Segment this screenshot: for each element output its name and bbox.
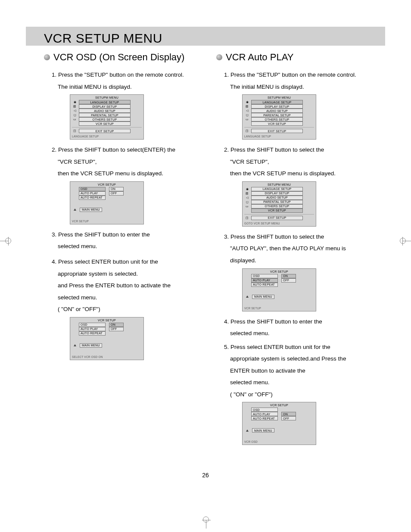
left-step-4c: and Press the ENTER button to activate t… [52, 281, 203, 290]
bullet-icon [216, 54, 222, 60]
exit-icon: ◫ [245, 129, 249, 133]
audio-icon: ◁ [245, 196, 249, 199]
globe-icon: ◉ [73, 100, 77, 104]
display-icon: ▥ [73, 105, 77, 108]
others-icon: ▭ [245, 205, 249, 208]
globe-icon: ◉ [245, 187, 249, 191]
crop-mark-icon [200, 516, 212, 529]
menu-item: OTHERS SETUP [251, 117, 303, 121]
osd-title: VCR SETUP [243, 269, 316, 274]
menu-item: DISPLAY SETUP [251, 191, 303, 196]
osd-title: VCR SETUP [70, 182, 143, 187]
opt-on: ON [109, 187, 124, 191]
up-arrow-icon [246, 429, 249, 432]
osd-title: SETUPM MENU [243, 182, 316, 187]
osd-setup-menu: SETUPM MENU ◉LANGUAGE SETUP ▥DISPLAY SET… [70, 94, 144, 140]
right-step-2b: "VCR SETUP", [224, 158, 376, 166]
left-step-1: 1. Press the "SETUP" button on the remot… [52, 71, 203, 79]
vcr-row: AUTO PLAY [79, 327, 106, 331]
vcr-row: AUTO REPEAT [79, 196, 106, 200]
menu-item: VCR SETUP [251, 121, 303, 126]
left-step-4b: appropriate system is selected. [52, 270, 203, 278]
osd-vcr-setup: VCR SETUP OSD ON AUTO PLAY OFF AUTO REPE… [242, 268, 316, 311]
main-menu-btn: MAIN MENU [252, 428, 274, 432]
right-step-5d: selected menu. [224, 378, 376, 387]
vcr-row: OSD [251, 408, 278, 412]
up-arrow-icon [74, 344, 76, 346]
right-step-4b: selected menu. [224, 329, 376, 338]
page-title: VCR SETUP MENU [44, 31, 162, 46]
osd-title: VCR SETUP [243, 402, 316, 408]
vcr-row: AUTO PLAY [251, 278, 278, 283]
menu-item: LANGUAGE SETUP [251, 100, 303, 104]
menu-item: AUDIO SETUP [251, 109, 303, 113]
display-icon: ▥ [245, 105, 249, 108]
right-step-5: 5. Press select ENTER button unit for th… [224, 343, 376, 352]
menu-item: LANGUAGE SETUP [79, 100, 131, 104]
osd-footer: GOTO VCR SETUP MENU [243, 221, 316, 226]
left-step-2b: "VCR SETUP", [52, 158, 203, 166]
exit-icon: ◫ [73, 129, 77, 133]
left-step-4e: ( "ON" or "OFF") [52, 305, 203, 314]
osd-footer: LANGUAGE SETUP [70, 134, 143, 139]
opt-on: ON [281, 274, 296, 278]
page-title-bar: VCR SETUP MENU [26, 27, 385, 46]
parental-icon: ◻ [245, 200, 249, 204]
left-step-4: 4. Press select ENTER button unit for th… [52, 258, 203, 266]
parental-icon: ◻ [245, 113, 249, 117]
audio-icon: ◁ [73, 109, 77, 112]
up-arrow-icon [74, 208, 76, 211]
menu-item: AUDIO SETUP [79, 109, 131, 113]
opt-on: ON [281, 412, 296, 416]
vcr-row: AUTO REPEAT [251, 283, 278, 287]
osd-vcr-setup: VCR SETUP OSD AUTO PLAY ON AUTO REPEAT O… [242, 402, 316, 445]
globe-icon: ◉ [245, 100, 249, 104]
opt-on: ON [109, 323, 124, 327]
right-column: VCR Auto PLAY 1. Press the "SETUP" butto… [216, 52, 376, 451]
bullet-icon [44, 54, 50, 60]
vcr-row: OSD [251, 274, 278, 278]
osd-footer: VCR OSD [243, 439, 316, 445]
opt-off: OFF [109, 191, 124, 196]
vcr-row: AUTO REPEAT [79, 331, 106, 336]
exit-icon: ◫ [245, 216, 249, 220]
left-step-3: 3. Press the SHIFT button to enter the [52, 230, 203, 239]
left-step-2c: then the VCR SETUP menu is displayed. [52, 169, 203, 178]
right-step-3c: displayed. [224, 256, 376, 265]
menu-exit: EXIT SETUP [251, 129, 303, 133]
menu-item: VCR SETUP [251, 208, 303, 213]
right-step-5b: appropriate system is selected.and Press… [224, 355, 376, 363]
vcr-row: AUTO PLAY [79, 191, 106, 196]
menu-exit: EXIT SETUP [251, 216, 303, 220]
right-step-2c: then the VCR SETUP menu is displayed. [224, 169, 376, 178]
main-menu-btn: MAIN MENU [252, 295, 274, 299]
section-heading-right: VCR Auto PLAY [226, 52, 293, 63]
right-step-2: 2. Press the SHIFT button to select the [224, 146, 376, 154]
others-icon: ▭ [245, 118, 249, 121]
menu-item: PARENTAL SETUP [79, 113, 131, 117]
parental-icon: ◻ [73, 113, 77, 117]
opt-off: OFF [109, 327, 124, 331]
crop-mark-icon [0, 235, 12, 247]
others-icon: ▭ [73, 118, 77, 121]
osd-title: SETUPM MENU [70, 95, 143, 100]
menu-item: AUDIO SETUP [251, 196, 303, 200]
page-number: 26 [0, 472, 411, 479]
section-heading-left: VCR OSD (On Screen Display) [53, 52, 184, 63]
osd-footer: LANGUAGE SETUP [243, 134, 316, 139]
menu-item: PARENTAL SETUP [251, 113, 303, 117]
osd-footer: VCR SETUP [70, 219, 143, 224]
osd-title: SETUPM MENU [243, 95, 316, 100]
left-step-1b: The initial MENU is displayd. [52, 83, 203, 91]
up-arrow-icon [246, 296, 249, 298]
right-step-5c: ENTER button to activate the [224, 367, 376, 375]
crop-mark-icon [399, 235, 411, 247]
left-column: VCR OSD (On Screen Display) 1. Press the… [44, 52, 203, 451]
menu-item: DISPLAY SETUP [251, 104, 303, 109]
main-menu-btn: MAIN MENU [80, 208, 102, 212]
menu-item: OTHERS SETUP [79, 117, 131, 121]
osd-vcr-setup: VCR SETUP OSD ON AUTO PLAY OFF AUTO REPE… [70, 317, 144, 360]
right-step-5e: ( "ON" or "OFF") [224, 390, 376, 399]
osd-footer: SELECT VCR OSD ON [70, 355, 143, 360]
right-step-3: 3. Press the SHIFT button to select the [224, 233, 376, 241]
